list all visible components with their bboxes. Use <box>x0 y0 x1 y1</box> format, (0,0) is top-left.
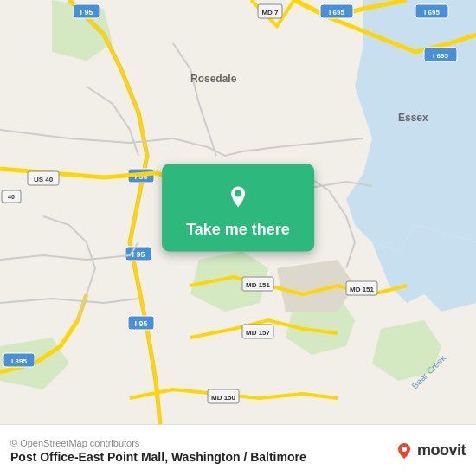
svg-text:MD 151: MD 151 <box>246 281 271 289</box>
take-me-there-label: Take me there <box>186 221 290 239</box>
footer: © OpenStreetMap contributors Post Office… <box>0 424 476 476</box>
svg-text:MD 157: MD 157 <box>246 329 271 337</box>
svg-text:MD 151: MD 151 <box>350 286 375 293</box>
svg-text:US 40: US 40 <box>34 176 54 183</box>
svg-point-36 <box>402 447 407 452</box>
svg-text:I 695: I 695 <box>424 9 440 16</box>
map-pin-icon <box>221 179 255 214</box>
osm-attribution: © OpenStreetMap contributors <box>10 438 306 448</box>
svg-text:I 95: I 95 <box>134 319 147 328</box>
svg-text:I 695: I 695 <box>433 52 448 60</box>
svg-text:I 895: I 895 <box>11 357 27 365</box>
svg-point-35 <box>235 190 241 196</box>
moovit-text: moovit <box>417 441 466 460</box>
moovit-pin-icon <box>395 441 414 460</box>
svg-text:I 695: I 695 <box>329 9 344 16</box>
footer-left: © OpenStreetMap contributors Post Office… <box>10 438 306 464</box>
svg-text:MD 7: MD 7 <box>261 9 279 16</box>
take-me-there-button[interactable]: Take me there <box>162 164 314 251</box>
svg-text:I 95: I 95 <box>80 8 93 16</box>
map-container: I 95 I 95 I 95 I 95 I 695 I 695 I 695 MD… <box>0 0 476 424</box>
svg-text:Rosedale: Rosedale <box>190 73 237 85</box>
svg-text:I 95: I 95 <box>132 250 145 259</box>
svg-text:40: 40 <box>8 194 15 200</box>
svg-text:Essex: Essex <box>398 112 428 124</box>
svg-text:MD 150: MD 150 <box>211 394 236 402</box>
location-name: Post Office-East Point Mall, Washington … <box>10 450 306 464</box>
moovit-logo: moovit <box>395 441 466 460</box>
